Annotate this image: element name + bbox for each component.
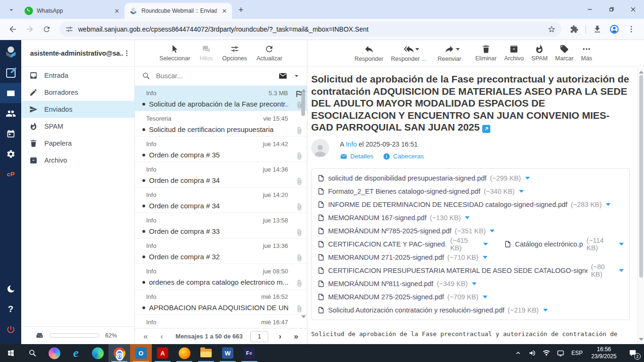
downloads-icon[interactable] [589, 21, 605, 37]
prev-page-button[interactable]: ‹ [156, 332, 168, 341]
message-row[interactable]: Infojue 14:20 Orden de compra # 34 [135, 188, 307, 213]
extensions-icon[interactable] [566, 21, 582, 37]
attachment-name[interactable]: INFORME DE DETERMINACION DE NECESIDAD ca… [328, 201, 568, 208]
reply-button[interactable]: Responder [355, 44, 383, 62]
taskbar-firefox-button[interactable] [173, 344, 195, 362]
message-row[interactable]: Infojue 13:58 Orden de compra # 33 [135, 213, 307, 239]
headers-link[interactable]: Cabeceras [383, 153, 424, 160]
tab-search-button[interactable] [5, 3, 18, 16]
wifi-icon[interactable] [539, 344, 553, 362]
tray-chevron-up-icon[interactable] [511, 344, 525, 362]
browser-tab-roundcube[interactable]: Roundcube Webmail :: Enviados ✕ [124, 3, 232, 19]
rail-help-button[interactable]: ? [0, 299, 21, 319]
last-page-button[interactable]: » [290, 332, 302, 341]
view-scrollbar-thumb[interactable] [639, 75, 643, 278]
attachment-menu-caret-icon[interactable] [619, 243, 624, 248]
tab-close-icon[interactable]: ✕ [113, 7, 121, 15]
sidebar-item-entrada[interactable]: Entrada [21, 67, 134, 84]
more-button[interactable]: Más [581, 44, 592, 62]
taskbar-clock[interactable]: 16:56 23/9/2025 [586, 346, 621, 360]
rail-settings-button[interactable] [0, 144, 21, 164]
attachment-menu-caret-icon[interactable] [543, 309, 548, 314]
new-tab-button[interactable]: + [235, 4, 247, 16]
message-row[interactable]: Infojue 14:42 Orden de compra # 35 [135, 137, 307, 162]
scroll-down-icon[interactable] [301, 315, 306, 321]
attachment-menu-caret-icon[interactable] [483, 296, 487, 301]
attachment-menu-caret-icon[interactable] [519, 190, 524, 195]
open-in-new-window-icon[interactable] [482, 125, 490, 133]
attachment-name[interactable]: MEMORANDUM 271-2025-signed.pdf [328, 254, 444, 261]
attachment-menu-caret-icon[interactable] [465, 216, 470, 222]
tab-close-icon[interactable]: ✕ [221, 7, 228, 15]
rail-darkmode-button[interactable] [0, 279, 21, 299]
details-link[interactable]: Detalles [340, 153, 373, 160]
attachment-menu-caret-icon[interactable] [472, 282, 477, 288]
volume-icon[interactable] [525, 344, 539, 362]
maximize-button[interactable] [601, 0, 622, 19]
page-number-input[interactable] [250, 331, 268, 342]
list-scrollbar-thumb[interactable] [301, 91, 305, 116]
sidebar-item-papelera[interactable]: Papelera [21, 135, 134, 152]
mark-button[interactable]: Marcar [555, 44, 574, 62]
message-row[interactable]: Infojue 08:50 ordenes de compra catalogo… [135, 264, 307, 289]
sidebar-item-spam[interactable]: SPAM [21, 118, 134, 135]
taskbar-explorer-button[interactable] [195, 344, 217, 362]
rail-compose-button[interactable] [0, 63, 21, 83]
attachment-name[interactable]: MEMORANDUM 275-2025-signed.pdf [328, 293, 444, 301]
taskbar-acrobat-button[interactable]: A [152, 344, 173, 362]
attachment-menu-caret-icon[interactable] [483, 256, 487, 261]
rail-calendar-button[interactable] [0, 123, 21, 144]
scroll-up-icon[interactable] [639, 68, 644, 74]
attachment-menu-caret-icon[interactable] [525, 177, 530, 182]
sidebar-item-borradores[interactable]: Borradores [21, 84, 134, 101]
next-page-button[interactable]: › [274, 332, 286, 341]
attachment-name[interactable]: Formato_2_ET Bienes catalogo-signed-sign… [328, 188, 480, 195]
profile-avatar[interactable] [606, 21, 622, 37]
select-button[interactable]: Seleccionar [159, 44, 190, 62]
attachment-name[interactable]: Solicitud Autorización contratación y re… [328, 306, 504, 314]
back-button[interactable] [5, 21, 21, 37]
attachment-menu-caret-icon[interactable] [490, 230, 495, 235]
search-input[interactable] [155, 72, 273, 80]
account-menu-icon[interactable] [123, 49, 131, 57]
refresh-button[interactable]: Actualizar [256, 44, 282, 62]
browser-menu-icon[interactable] [623, 21, 639, 37]
sidebar-item-enviados[interactable]: Enviados [21, 101, 134, 118]
attachment-name[interactable]: CERTIFICACION PRESUPUESTARIA MATERIAL DE… [328, 267, 587, 274]
taskbar-outlook-button[interactable]: O [130, 344, 152, 362]
taskbar-chrome-button[interactable] [108, 344, 130, 362]
reload-button[interactable] [39, 21, 55, 37]
cast-icon[interactable] [553, 344, 568, 362]
url-text[interactable]: webmail.sanjuan.gob.ec/cpsess8644744072/… [78, 25, 543, 33]
message-row[interactable]: Infomié 16:52 APROBACION PARA ADQUISICIO… [135, 289, 307, 315]
recipient-link[interactable]: Info [346, 140, 356, 148]
scroll-down-icon[interactable] [639, 338, 644, 343]
forward-button[interactable] [22, 21, 38, 37]
action-center-button[interactable]: 2 [621, 344, 644, 362]
dropdown-caret-icon[interactable] [456, 48, 460, 52]
message-row[interactable]: Infojue 14:36 Orden de compra # 34 [135, 162, 307, 188]
archive-button[interactable]: Archivo [504, 44, 524, 62]
address-bar[interactable]: webmail.sanjuan.gob.ec/cpsess8644744072/… [59, 22, 561, 37]
start-button[interactable] [0, 344, 22, 362]
forward-button[interactable]: Reenviar [438, 44, 461, 62]
spam-button[interactable]: SPAM [531, 44, 548, 62]
rail-logout-button[interactable] [0, 319, 21, 339]
taskbar-copilot-button[interactable] [43, 344, 65, 362]
threads-button[interactable]: Hilos [199, 44, 213, 62]
options-button[interactable]: Opciones [222, 44, 247, 62]
taskbar-ie-button[interactable]: e [65, 344, 87, 362]
taskbar-word-button[interactable]: W [217, 344, 239, 362]
message-row[interactable]: Tesoreriavie 15:45 Solicitud de certific… [135, 111, 307, 137]
taskbar-fes-button[interactable]: F≡ [239, 344, 260, 362]
dropdown-caret-icon[interactable] [415, 48, 419, 52]
message-row[interactable]: Infomié 16:47 [135, 315, 307, 328]
attachment-name[interactable]: MEMORÁNDUM Nº811-signed.pdf [328, 280, 433, 288]
attachment-menu-caret-icon[interactable] [483, 243, 488, 248]
message-row[interactable]: Infojue 13:36 Orden de compra # 32 [135, 239, 307, 264]
browser-tab-whatsapp[interactable]: WhatsApp ✕ [20, 3, 124, 19]
list-scrollbar[interactable] [300, 87, 306, 327]
reply-all-button[interactable]: Responder ... [391, 44, 426, 62]
attachment-name[interactable]: Catálogo electrónico.pdf [515, 240, 583, 248]
attachment-name[interactable]: MEMORANDUM 167-signed.pdf [328, 214, 427, 222]
